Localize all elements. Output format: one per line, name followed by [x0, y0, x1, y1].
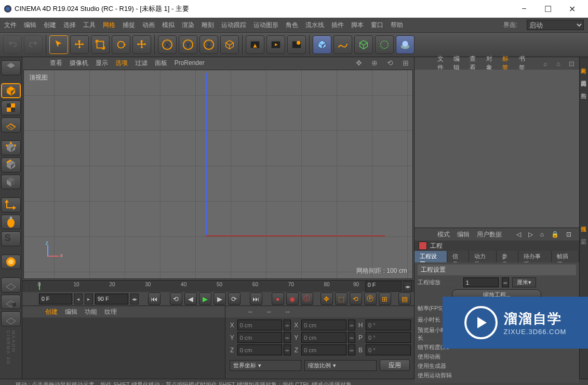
vp-nav-pan-icon[interactable]: ✥	[355, 59, 363, 67]
menu-simulate[interactable]: 模拟	[162, 21, 175, 30]
tweak-mode-button[interactable]	[1, 215, 21, 230]
menu-character[interactable]: 角色	[286, 21, 298, 30]
prev-key-button[interactable]: ⟲	[170, 293, 182, 305]
soft-select-button[interactable]	[1, 255, 21, 270]
pos-z-field[interactable]: 0 cm	[237, 344, 283, 355]
menu-mesh[interactable]: 网格	[103, 21, 115, 30]
menu-animate[interactable]: 动画	[142, 21, 155, 30]
tab-info[interactable]: 信息	[447, 251, 469, 262]
menu-create[interactable]: 创建	[44, 21, 56, 30]
rot-b-field[interactable]: 0 °	[366, 344, 411, 355]
coord-space-select[interactable]: 世界坐标 ▾	[230, 360, 302, 371]
grip-icon[interactable]: ⋮⋮	[26, 309, 36, 315]
goto-end-button[interactable]: ⏭	[250, 293, 262, 305]
search-icon[interactable]: ⌕	[542, 60, 549, 68]
menu-pipeline[interactable]: 流水线	[305, 21, 324, 30]
grip-icon[interactable]: ⋮⋮	[24, 284, 34, 289]
vtab-attribute[interactable]: 属性	[580, 219, 587, 225]
apply-button[interactable]: 应用	[380, 360, 410, 371]
key-rotate-button[interactable]: ⟲	[350, 293, 362, 305]
workplane-mode-button[interactable]	[1, 117, 21, 132]
next-key-button[interactable]: ⟳	[228, 293, 240, 305]
object-tree[interactable]	[415, 70, 579, 228]
eye-icon[interactable]: ⊡	[569, 60, 575, 68]
maximize-button[interactable]: ☐	[536, 1, 560, 17]
key-pla-button[interactable]: ⊞	[379, 293, 391, 305]
tab-project[interactable]: 工程设置	[415, 251, 447, 262]
nav-fwd-icon[interactable]: ▷	[528, 231, 533, 238]
grip-icon[interactable]: ⋮⋮	[230, 309, 239, 315]
attr-menu-mode[interactable]: 模式	[437, 230, 450, 239]
timeline-end-step[interactable]: ◂▸	[404, 281, 412, 292]
minimize-button[interactable]: −	[512, 1, 536, 17]
rot-p-field[interactable]: 0 °	[366, 332, 411, 343]
tab-ref[interactable]: 参考	[497, 251, 518, 262]
nav-up-icon[interactable]: ⌂	[540, 231, 544, 238]
menu-snap[interactable]: 捕捉	[123, 21, 135, 30]
next-frame-button[interactable]: ▶	[213, 293, 226, 305]
vtab-structure[interactable]: 构造	[580, 85, 587, 91]
size-x-field[interactable]: 0 cm	[301, 320, 346, 330]
size-y-field[interactable]: 0 cm	[301, 332, 346, 343]
add-deformer-button[interactable]	[375, 35, 394, 54]
undo-button[interactable]	[3, 35, 22, 54]
key-param-button[interactable]: Ⓟ	[364, 293, 377, 305]
scale-step[interactable]: ◂▸	[502, 277, 509, 287]
viewport-solo-button[interactable]	[1, 277, 21, 293]
vp-menu-options[interactable]: 选项	[115, 59, 128, 68]
vtab-layer[interactable]: 层	[580, 231, 587, 237]
make-editable-button[interactable]	[1, 60, 21, 75]
menu-tools[interactable]: 工具	[83, 21, 96, 30]
scale-tool[interactable]	[91, 35, 110, 54]
menu-file[interactable]: 文件	[4, 21, 17, 30]
redo-button[interactable]	[24, 35, 43, 54]
x-axis-button[interactable]: X	[158, 35, 177, 54]
locked-workplane-button[interactable]	[1, 295, 21, 310]
tab-todo[interactable]: 待办事项	[518, 251, 551, 262]
vp-nav-rotate-icon[interactable]: ⟲	[386, 59, 394, 67]
key-scale-button[interactable]: ⬚	[335, 293, 348, 305]
polygon-mode-button[interactable]	[1, 175, 21, 190]
texture-mode-button[interactable]	[1, 100, 21, 115]
menu-mograph[interactable]: 运动图形	[253, 21, 278, 30]
select-tool[interactable]	[49, 35, 68, 54]
edge-mode-button[interactable]	[1, 157, 21, 172]
nav-back-icon[interactable]: ◁	[516, 231, 521, 238]
rotate-tool[interactable]	[112, 35, 130, 54]
rot-h-field[interactable]: 0 °	[366, 320, 411, 330]
scale-field[interactable]: 1	[463, 277, 499, 287]
menu-script[interactable]: 脚本	[351, 21, 364, 30]
close-button[interactable]: ✕	[560, 1, 584, 17]
move-tool[interactable]	[70, 35, 89, 54]
snap-button[interactable]: S	[1, 231, 21, 246]
interface-select[interactable]: 启动	[527, 20, 584, 30]
render-queue-button[interactable]	[287, 35, 306, 54]
vp-menu-prorender[interactable]: ProRender	[175, 59, 205, 67]
menu-help[interactable]: 帮助	[391, 21, 403, 30]
model-mode-button[interactable]	[1, 83, 21, 98]
mat-menu-func[interactable]: 功能	[85, 308, 97, 316]
home-icon[interactable]: ⌂	[556, 60, 562, 68]
planar-workplane-button[interactable]	[1, 311, 21, 326]
new-icon[interactable]: ⊡	[566, 231, 571, 238]
key-move-button[interactable]: ✥	[320, 293, 333, 305]
z-axis-button[interactable]: Z	[199, 35, 218, 54]
goto-frame-field[interactable]: 90 F	[95, 294, 128, 304]
viewport[interactable]: 顶视图 z x 网格间距 : 100 cm	[23, 70, 413, 279]
record-button[interactable]: ●	[272, 293, 284, 305]
mat-menu-edit[interactable]: 编辑	[65, 308, 77, 316]
pos-x-field[interactable]: 0 cm	[237, 320, 283, 330]
point-mode-button[interactable]	[1, 140, 21, 155]
grip-icon[interactable]: ⋮⋮	[419, 61, 428, 67]
vp-menu-camera[interactable]: 摄像机	[70, 59, 88, 68]
attr-menu-edit[interactable]: 编辑	[457, 230, 470, 239]
lock-icon[interactable]: 🔒	[551, 231, 559, 238]
mat-menu-tex[interactable]: 纹理	[104, 308, 117, 316]
timeline-track[interactable]: 0 10 20 30 40 50 60 70 80 90	[38, 282, 363, 291]
grip-icon[interactable]: ⋮⋮⋮	[26, 60, 41, 66]
timeline-window-button[interactable]: ▤	[398, 293, 411, 305]
play-button[interactable]: ▶	[199, 293, 211, 305]
menu-plugins[interactable]: 插件	[331, 21, 344, 30]
add-environment-button[interactable]	[396, 35, 415, 54]
start-frame-field[interactable]: 0 F	[39, 294, 72, 304]
